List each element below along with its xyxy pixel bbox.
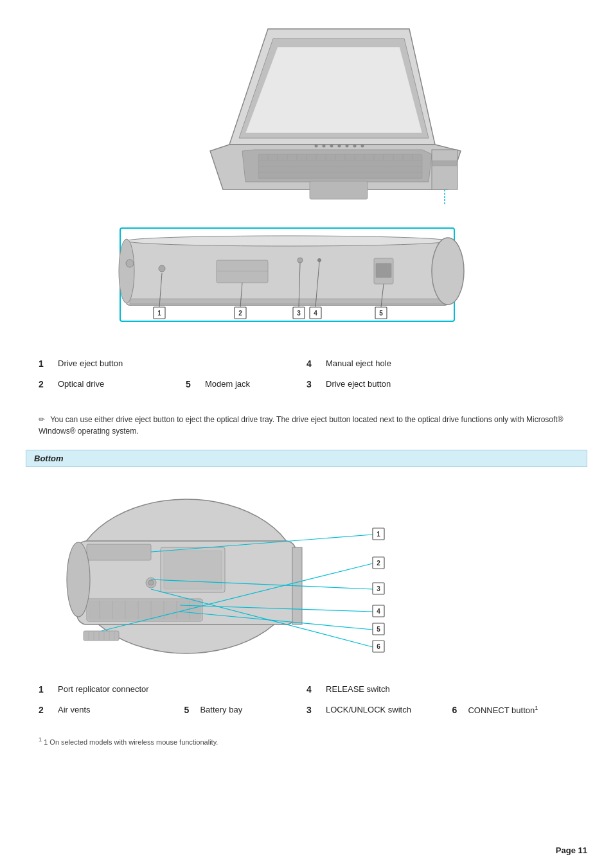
- svg-rect-45: [217, 260, 268, 283]
- bottom-label-text-2: Air vents: [58, 705, 164, 714]
- svg-rect-80: [87, 544, 151, 560]
- label-text-2: Optical drive: [58, 379, 159, 389]
- svg-text:3: 3: [377, 585, 380, 592]
- footnote-text: 1 On selected models with wireless mouse…: [44, 738, 218, 746]
- label-text-5: Modem jack: [205, 379, 306, 389]
- bottom-label-num-5: 5: [184, 705, 200, 715]
- bottom-label-text-6: CONNECT button1: [468, 705, 574, 715]
- laptop-top-illustration: [26, 13, 587, 218]
- svg-text:5: 5: [377, 626, 380, 633]
- svg-point-33: [361, 145, 364, 148]
- svg-rect-69: [89, 601, 200, 619]
- svg-text:4: 4: [377, 608, 380, 615]
- svg-text:1: 1: [157, 310, 161, 317]
- label-num-5: 5: [186, 379, 205, 389]
- note-section: ✏ You can use either drive eject button …: [26, 407, 587, 450]
- label-row-2: 2 Optical drive 5 Modem jack: [39, 374, 306, 394]
- label-text-1: Drive eject button: [58, 359, 306, 368]
- label-num-4: 4: [306, 359, 326, 369]
- svg-point-41: [432, 238, 464, 305]
- label-num-2: 2: [39, 379, 58, 389]
- svg-point-31: [346, 145, 349, 148]
- svg-rect-50: [376, 263, 391, 278]
- bottom-illustration-svg: 1 2 3 4 5 6: [51, 477, 437, 663]
- svg-point-28: [323, 145, 326, 148]
- svg-text:2: 2: [377, 560, 380, 567]
- bottom-label-num-6: 6: [452, 705, 468, 715]
- svg-point-32: [353, 145, 357, 148]
- side-panel-svg: 1 2 3 4 5: [114, 225, 499, 334]
- label-row-3: 3 Drive eject button: [306, 374, 574, 394]
- bottom-label-text-4: RELEASE switch: [326, 684, 574, 694]
- footnote: 1 1 On selected models with wireless mou…: [26, 733, 587, 749]
- svg-rect-79: [164, 551, 222, 589]
- svg-point-47: [298, 258, 303, 263]
- label-text-3: Drive eject button: [326, 379, 574, 389]
- svg-text:3: 3: [297, 310, 301, 317]
- laptop-illustration-svg: [139, 16, 474, 215]
- svg-point-48: [318, 259, 321, 262]
- svg-rect-40: [130, 299, 445, 304]
- bottom-label-row-2: 2 Air vents 5 Battery bay: [39, 700, 306, 720]
- svg-rect-35: [432, 161, 457, 166]
- bottom-labels-section: 1 Port replicator connector 4 RELEASE sw…: [26, 679, 587, 720]
- bottom-label-text-5: Battery bay: [200, 705, 306, 714]
- note-icon: ✏: [39, 414, 45, 425]
- svg-point-90: [67, 542, 90, 617]
- svg-point-30: [338, 145, 341, 148]
- svg-point-29: [330, 145, 333, 148]
- footnote-marker: 1: [39, 736, 42, 743]
- section-header-bottom: Bottom: [26, 450, 587, 467]
- svg-point-43: [126, 260, 134, 267]
- bottom-label-num-1: 1: [39, 684, 58, 695]
- svg-rect-26: [310, 181, 368, 199]
- svg-text:2: 2: [238, 310, 242, 317]
- page-container: 1 2 3 4 5: [0, 0, 613, 868]
- bottom-label-text-3: LOCK/UNLOCK switch: [326, 705, 432, 714]
- svg-text:5: 5: [379, 310, 383, 317]
- svg-rect-34: [432, 150, 458, 190]
- svg-point-42: [119, 239, 134, 303]
- svg-point-39: [127, 236, 448, 246]
- svg-text:1: 1: [377, 531, 380, 538]
- label-row-4: 4 Manual eject hole: [306, 353, 574, 374]
- top-labels-grid: 1 Drive eject button 4 Manual eject hole…: [39, 353, 574, 394]
- bottom-label-row-1: 1 Port replicator connector: [39, 679, 306, 700]
- svg-text:4: 4: [314, 310, 317, 317]
- page-number: Page 11: [556, 846, 587, 855]
- bottom-label-num-4: 4: [306, 684, 326, 695]
- side-panel-illustration: 1 2 3 4 5: [26, 225, 587, 334]
- label-num-3: 3: [306, 379, 326, 389]
- bottom-label-num-3: 3: [306, 705, 326, 715]
- svg-point-27: [315, 145, 318, 148]
- bottom-label-text-1: Port replicator connector: [58, 684, 306, 694]
- bottom-labels-grid: 1 Port replicator connector 4 RELEASE sw…: [39, 679, 574, 720]
- bottom-illustration: 1 2 3 4 5 6: [26, 477, 587, 663]
- svg-point-44: [159, 265, 165, 272]
- note-text: You can use either drive eject button to…: [39, 415, 564, 436]
- svg-text:6: 6: [377, 643, 380, 650]
- label-row-1: 1 Drive eject button: [39, 353, 306, 374]
- label-num-1: 1: [39, 359, 58, 369]
- label-text-4: Manual eject hole: [326, 359, 574, 368]
- svg-point-82: [148, 580, 154, 585]
- bottom-label-row-3: 3 LOCK/UNLOCK switch 6 CONNECT button1: [306, 700, 574, 720]
- bottom-label-num-2: 2: [39, 705, 58, 715]
- top-labels-section: 1 Drive eject button 4 Manual eject hole…: [26, 353, 587, 394]
- bottom-label-row-4: 4 RELEASE switch: [306, 679, 574, 700]
- svg-rect-38: [127, 241, 448, 305]
